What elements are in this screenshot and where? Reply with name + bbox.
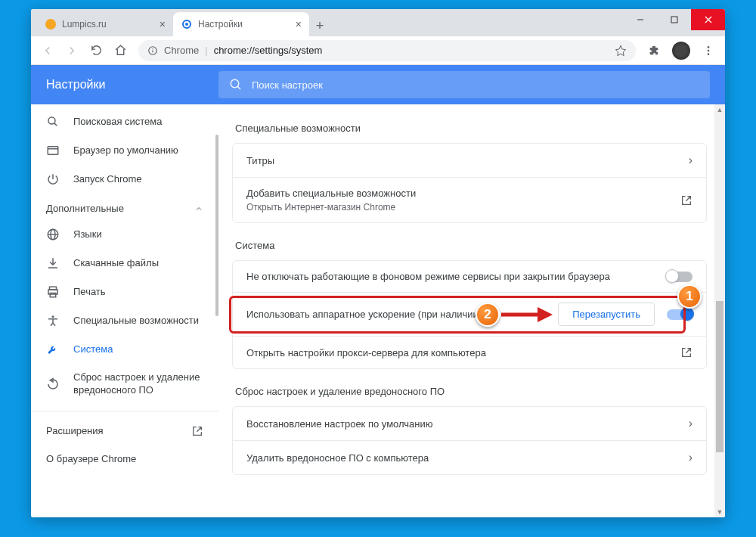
main-scrollbar[interactable]: ▲ ▼ xyxy=(714,104,725,517)
browser-icon xyxy=(46,144,60,157)
home-button[interactable] xyxy=(110,40,131,61)
sidebar-item-label: О браузере Chrome xyxy=(46,453,203,466)
annotation-badge-1: 1 xyxy=(677,284,702,309)
new-tab-button[interactable]: + xyxy=(309,15,330,36)
power-icon xyxy=(46,172,60,186)
settings-sidebar: Поисковая система Браузер по умолчанию З… xyxy=(31,104,218,517)
search-icon xyxy=(46,115,60,129)
reset-icon xyxy=(46,377,60,391)
chevron-up-icon xyxy=(194,204,203,213)
maximize-button[interactable] xyxy=(657,9,691,30)
sidebar-item-about[interactable]: О браузере Chrome xyxy=(31,445,218,473)
toolbar: Chrome | chrome://settings/system xyxy=(31,36,725,65)
toggle-hardware-acceleration[interactable] xyxy=(667,309,692,320)
toggle-background-apps[interactable] xyxy=(667,272,692,282)
sidebar-item-languages[interactable]: Языки xyxy=(31,220,218,249)
row-restore-defaults[interactable]: Восстановление настроек по умолчанию › xyxy=(233,407,706,440)
row-hardware-acceleration[interactable]: Использовать аппаратное ускорение (при н… xyxy=(233,292,706,336)
window-controls xyxy=(623,9,725,30)
sidebar-item-reset[interactable]: Сброс настроек и удаление вредоносного П… xyxy=(31,364,218,405)
settings-search[interactable]: Поиск настроек xyxy=(218,71,710,98)
back-button[interactable] xyxy=(37,40,58,61)
bookmark-star-icon[interactable] xyxy=(615,45,627,57)
omnibox[interactable]: Chrome | chrome://settings/system xyxy=(138,40,636,61)
sidebar-item-label: Поисковая система xyxy=(73,116,203,129)
chevron-right-icon: › xyxy=(689,417,692,430)
svg-line-14 xyxy=(237,86,240,89)
svg-rect-4 xyxy=(671,17,677,23)
scrollbar-down-arrow[interactable]: ▼ xyxy=(714,507,725,517)
extensions-button[interactable] xyxy=(643,40,665,61)
sidebar-item-extensions[interactable]: Расширения xyxy=(31,417,218,445)
download-icon xyxy=(46,256,60,270)
profile-avatar[interactable] xyxy=(672,42,690,60)
sidebar-divider xyxy=(31,411,218,411)
sidebar-item-label: Расширения xyxy=(46,425,178,438)
row-label: Восстановление настроек по умолчанию xyxy=(246,418,689,430)
row-add-accessibility[interactable]: Добавить специальные возможности Открыть… xyxy=(233,177,706,222)
sidebar-item-default-browser[interactable]: Браузер по умолчанию xyxy=(31,136,218,165)
row-proxy-settings[interactable]: Открыть настройки прокси-сервера для ком… xyxy=(233,336,706,368)
svg-point-2 xyxy=(185,23,188,26)
sidebar-item-system[interactable]: Система xyxy=(31,335,218,364)
menu-button[interactable] xyxy=(698,40,719,61)
sidebar-item-search-engine[interactable]: Поисковая система xyxy=(31,107,218,136)
close-button[interactable] xyxy=(691,9,725,30)
chevron-right-icon: › xyxy=(689,451,692,464)
search-placeholder: Поиск настроек xyxy=(252,79,323,91)
svg-point-10 xyxy=(708,46,710,48)
svg-point-13 xyxy=(231,79,239,88)
tab-close-icon[interactable]: × xyxy=(160,18,166,30)
favicon-settings xyxy=(181,18,193,30)
tab-close-icon[interactable]: × xyxy=(296,18,302,30)
titlebar: Lumpics.ru × Настройки × + xyxy=(31,9,725,36)
favicon-lumpics xyxy=(45,18,57,30)
settings-header: Настройки Поиск настроек xyxy=(31,65,725,104)
forward-button[interactable] xyxy=(61,40,82,61)
row-captions[interactable]: Титры › xyxy=(233,144,706,177)
reload-button[interactable] xyxy=(85,40,107,61)
row-cleanup[interactable]: Удалить вредоносное ПО с компьютера › xyxy=(233,440,706,474)
row-label: Добавить специальные возможности xyxy=(246,188,680,199)
row-label: Использовать аппаратное ускорение (при н… xyxy=(246,309,558,320)
omnibox-scheme: Chrome xyxy=(164,45,199,56)
accessibility-card: Титры › Добавить специальные возможности… xyxy=(232,143,707,223)
sidebar-advanced-heading[interactable]: Дополнительные xyxy=(31,194,218,220)
sidebar-item-downloads[interactable]: Скачанные файлы xyxy=(31,249,218,278)
tab-lumpics[interactable]: Lumpics.ru × xyxy=(37,12,173,36)
scrollbar-thumb[interactable] xyxy=(716,301,723,452)
scrollbar-up-arrow[interactable]: ▲ xyxy=(714,104,725,115)
annotation-badge-2: 2 xyxy=(476,303,500,327)
browser-window: Lumpics.ru × Настройки × + Chrome | chro… xyxy=(31,9,725,517)
section-title-system: Система xyxy=(235,240,704,251)
row-label: Титры xyxy=(246,155,689,166)
sidebar-item-label: Скачанные файлы xyxy=(73,257,203,270)
sidebar-item-label: Браузер по умолчанию xyxy=(73,144,203,157)
sidebar-item-printing[interactable]: Печать xyxy=(31,278,218,306)
svg-point-25 xyxy=(52,315,54,318)
svg-point-12 xyxy=(708,53,710,55)
tab-settings[interactable]: Настройки × xyxy=(173,12,309,36)
minimize-button[interactable] xyxy=(623,9,657,30)
launch-icon xyxy=(680,346,692,359)
chevron-right-icon: › xyxy=(689,154,692,167)
restart-button[interactable]: Перезапустить xyxy=(558,303,655,326)
sidebar-advanced-label: Дополнительные xyxy=(46,203,124,214)
row-background-apps[interactable]: Не отключать работающие в фоновом режиме… xyxy=(233,261,706,292)
sidebar-item-accessibility[interactable]: Специальные возможности xyxy=(31,306,218,335)
omnibox-separator: | xyxy=(205,45,207,56)
page-title: Настройки xyxy=(31,78,218,92)
sidebar-item-on-startup[interactable]: Запуск Chrome xyxy=(31,165,218,194)
sidebar-item-label: Языки xyxy=(73,228,203,241)
sidebar-item-label: Специальные возможности xyxy=(73,315,203,327)
info-icon xyxy=(147,45,158,56)
section-title-reset: Сброс настроек и удаление вредоносного П… xyxy=(235,386,704,397)
launch-icon xyxy=(680,194,692,206)
svg-point-0 xyxy=(45,19,56,29)
sidebar-item-label: Печать xyxy=(73,286,203,299)
svg-point-15 xyxy=(48,117,55,124)
content-area: Поисковая система Браузер по умолчанию З… xyxy=(31,104,725,517)
sidebar-item-label: Сброс настроек и удаление вредоносного П… xyxy=(73,371,203,397)
globe-icon xyxy=(46,228,60,241)
tab-label: Lumpics.ru xyxy=(62,19,107,29)
